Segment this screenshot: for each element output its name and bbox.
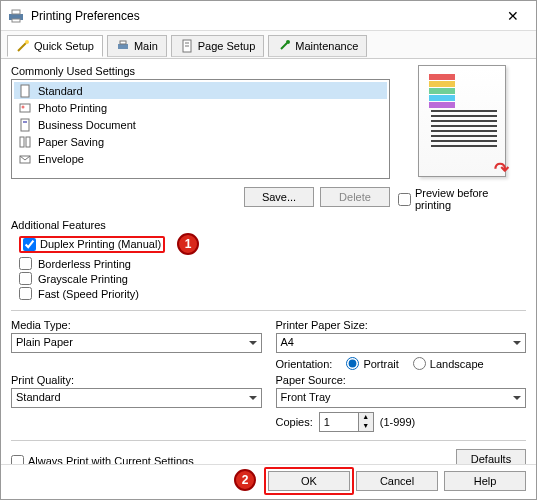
printer-tab-icon	[116, 39, 130, 53]
business-icon	[18, 118, 32, 132]
page-preview: ↷	[418, 65, 506, 177]
orientation-portrait-radio[interactable]: Portrait	[346, 357, 398, 370]
paper-source-select[interactable]: Front Tray	[276, 388, 527, 408]
fast-priority-checkbox[interactable]	[19, 287, 32, 300]
defaults-button[interactable]: Defaults	[456, 449, 526, 464]
printer-paper-label: Printer Paper Size:	[276, 319, 527, 331]
window-title: Printing Preferences	[31, 9, 496, 23]
preview-text-lines	[431, 110, 497, 166]
list-item-standard[interactable]: Standard	[14, 82, 387, 99]
orientation-landscape-radio[interactable]: Landscape	[413, 357, 484, 370]
duplex-printing-label: Duplex Printing (Manual)	[40, 238, 161, 250]
copies-down-icon[interactable]: ▼	[359, 422, 373, 431]
svg-rect-15	[20, 137, 24, 147]
svg-rect-13	[21, 119, 29, 131]
tab-page-setup[interactable]: Page Setup	[171, 35, 265, 57]
copies-stepper[interactable]: ▲▼	[319, 412, 374, 432]
svg-rect-4	[118, 44, 128, 49]
svg-point-3	[25, 40, 29, 44]
photo-icon	[18, 101, 32, 115]
list-item-business[interactable]: Business Document	[14, 116, 387, 133]
media-type-label: Media Type:	[11, 319, 262, 331]
always-print-checkbox[interactable]	[11, 455, 24, 465]
svg-rect-1	[12, 10, 20, 14]
svg-rect-2	[12, 19, 20, 22]
preview-before-printing-label: Preview before printing	[415, 187, 526, 211]
tab-bar: Quick Setup Main Page Setup Maintenance	[1, 31, 536, 59]
preview-flip-arrow-icon: ↷	[494, 158, 509, 180]
help-button[interactable]: Help	[444, 471, 526, 491]
svg-rect-10	[21, 85, 29, 97]
print-quality-select[interactable]: Standard	[11, 388, 262, 408]
orientation-label: Orientation:	[276, 358, 333, 370]
additional-features-label: Additional Features	[11, 219, 526, 231]
duplex-highlight: Duplex Printing (Manual)	[19, 236, 165, 253]
printer-paper-select[interactable]: A4	[276, 333, 527, 353]
svg-rect-5	[120, 41, 126, 44]
close-button[interactable]: ✕	[496, 4, 530, 28]
preview-before-printing-checkbox[interactable]	[398, 193, 411, 206]
borderless-printing-checkbox[interactable]	[19, 257, 32, 270]
titlebar: Printing Preferences ✕	[1, 1, 536, 31]
media-type-select[interactable]: Plain Paper	[11, 333, 262, 353]
tab-maintenance[interactable]: Maintenance	[268, 35, 367, 57]
ok-button[interactable]: OK	[268, 471, 350, 491]
save-button[interactable]: Save...	[244, 187, 314, 207]
wrench-icon	[277, 39, 291, 53]
envelope-icon	[18, 152, 32, 166]
annotation-1: 1	[177, 233, 199, 255]
svg-rect-14	[23, 121, 27, 123]
grayscale-printing-label: Grayscale Printing	[38, 273, 128, 285]
cancel-button[interactable]: Cancel	[356, 471, 438, 491]
duplex-printing-checkbox[interactable]	[23, 238, 36, 251]
borderless-printing-label: Borderless Printing	[38, 258, 131, 270]
tab-main[interactable]: Main	[107, 35, 167, 57]
commonly-used-label: Commonly Used Settings	[11, 65, 390, 77]
preview-color-swatch	[429, 74, 455, 109]
copies-input[interactable]	[319, 412, 359, 432]
grayscale-printing-checkbox[interactable]	[19, 272, 32, 285]
list-item-photo[interactable]: Photo Printing	[14, 99, 387, 116]
settings-listbox[interactable]: Standard Photo Printing Business Documen…	[11, 79, 390, 179]
svg-rect-16	[26, 137, 30, 147]
svg-rect-11	[20, 104, 30, 112]
list-item-envelope[interactable]: Envelope	[14, 150, 387, 167]
fast-priority-label: Fast (Speed Priority)	[38, 288, 139, 300]
printing-preferences-dialog: Printing Preferences ✕ Quick Setup Main …	[0, 0, 537, 500]
page-icon	[180, 39, 194, 53]
copies-range-label: (1-999)	[380, 416, 415, 428]
list-item-papersaving[interactable]: Paper Saving	[14, 133, 387, 150]
printer-icon	[7, 8, 25, 24]
copies-label: Copies:	[276, 416, 313, 428]
wand-icon	[16, 39, 30, 53]
svg-point-9	[286, 40, 290, 44]
always-print-label: Always Print with Current Settings	[28, 455, 194, 464]
papersaving-icon	[18, 135, 32, 149]
svg-point-12	[22, 105, 25, 108]
annotation-2: 2	[234, 469, 256, 491]
copies-up-icon[interactable]: ▲	[359, 413, 373, 422]
delete-button[interactable]: Delete	[320, 187, 390, 207]
tab-quick-setup[interactable]: Quick Setup	[7, 35, 103, 57]
print-quality-label: Print Quality:	[11, 374, 262, 386]
paper-source-label: Paper Source:	[276, 374, 527, 386]
doc-icon	[18, 84, 32, 98]
